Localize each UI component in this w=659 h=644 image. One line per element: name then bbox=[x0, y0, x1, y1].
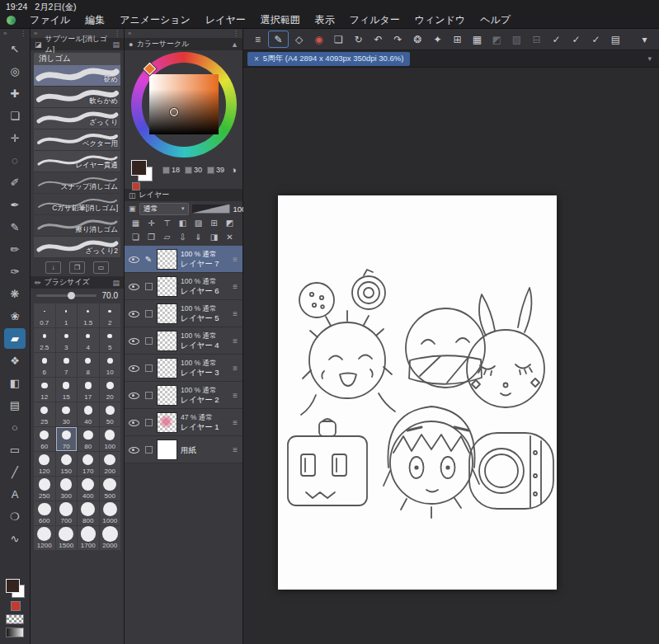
layer-visibility-icon[interactable] bbox=[129, 280, 140, 292]
brush-size-cell[interactable]: 7 bbox=[56, 353, 78, 377]
layer-visibility-icon[interactable] bbox=[129, 362, 140, 374]
accent-color-swatch[interactable] bbox=[11, 601, 21, 611]
opacity-slider[interactable] bbox=[192, 204, 230, 214]
layer-row[interactable]: 100 % 通常レイヤー 2≡ bbox=[125, 382, 242, 409]
decoration-tool-icon[interactable]: ❀ bbox=[4, 306, 26, 327]
brush-size-cell[interactable]: 250 bbox=[34, 477, 55, 501]
layer-visibility-icon[interactable] bbox=[129, 308, 140, 319]
layer-row[interactable]: 用紙≡ bbox=[125, 436, 242, 463]
draft-layer-icon[interactable]: ⊤ bbox=[159, 219, 175, 228]
brush-size-cell[interactable]: 500 bbox=[100, 477, 121, 501]
grid-icon[interactable]: ⊞ bbox=[448, 31, 467, 47]
subtool-item[interactable]: 軟らかめ bbox=[34, 87, 120, 108]
line-correct-tool-icon[interactable]: ∿ bbox=[4, 529, 26, 549]
subtool-item[interactable]: Cガサ鉛筆[消しゴム] bbox=[34, 194, 120, 215]
correct-stroke-icon-3[interactable]: ✓ bbox=[586, 31, 605, 47]
brush-size-track[interactable] bbox=[36, 294, 96, 297]
eraser-tool-icon[interactable]: ▰ bbox=[4, 328, 26, 349]
brush-size-cell[interactable]: 800 bbox=[78, 501, 99, 525]
ruler-tool-icon[interactable]: ╱ bbox=[4, 462, 26, 482]
pen-tool-icon[interactable]: ✎ bbox=[4, 217, 26, 237]
brush-size-cell[interactable]: 12 bbox=[34, 378, 55, 402]
layer-visibility-icon[interactable] bbox=[129, 416, 140, 428]
subtool-item[interactable]: 擦り消しゴム bbox=[34, 215, 120, 237]
brush-size-cell[interactable]: 60 bbox=[34, 427, 55, 451]
brush-size-cell[interactable]: 6 bbox=[34, 353, 55, 377]
brush-size-cell[interactable]: 25 bbox=[34, 402, 55, 426]
layer-thumbnail[interactable] bbox=[157, 440, 177, 460]
brush-size-slider[interactable]: 70.0 bbox=[31, 289, 124, 302]
layer-row[interactable]: 100 % 通常レイヤー 4≡ bbox=[125, 327, 242, 355]
layer-move-tool-icon[interactable]: ✛ bbox=[4, 128, 26, 148]
layer-visibility-icon[interactable] bbox=[129, 444, 140, 455]
reference-layer-icon[interactable]: ✛ bbox=[144, 219, 159, 228]
lock-alpha-icon[interactable]: ▨ bbox=[191, 219, 206, 228]
mask-area-icon[interactable]: ▨ bbox=[507, 31, 526, 47]
guide-icon[interactable]: ▦ bbox=[468, 31, 487, 47]
brush-size-cell[interactable]: 3 bbox=[56, 328, 78, 352]
menu-item[interactable]: レイヤー bbox=[198, 13, 253, 27]
subtool-group-tab[interactable]: 消しゴム bbox=[34, 53, 120, 65]
brush-size-cell[interactable]: 20 bbox=[100, 378, 121, 402]
main-color-swatch[interactable] bbox=[6, 579, 20, 593]
accent-color-swatch[interactable] bbox=[132, 182, 140, 190]
layer-checkbox[interactable] bbox=[144, 364, 153, 372]
menu-item[interactable]: ファイル bbox=[22, 13, 78, 27]
brush-size-cell[interactable]: 70 bbox=[56, 427, 78, 451]
brush-size-cell[interactable]: 300 bbox=[56, 477, 78, 501]
special-ruler-icon[interactable]: ❂ bbox=[408, 31, 427, 47]
layer-drag-handle[interactable]: ≡ bbox=[233, 364, 239, 373]
layer-visibility-icon[interactable] bbox=[129, 335, 140, 346]
layer-visibility-icon[interactable] bbox=[129, 389, 140, 401]
layer-drag-handle[interactable]: ≡ bbox=[233, 255, 239, 264]
brush-size-cell[interactable]: 17 bbox=[78, 378, 99, 402]
layer-checkbox[interactable] bbox=[144, 337, 153, 345]
blend-mode-select[interactable]: 通常 ▾ bbox=[139, 203, 189, 215]
layer-thumbnail[interactable] bbox=[157, 412, 177, 433]
layer-checkbox[interactable] bbox=[144, 283, 153, 290]
brush-size-cell[interactable]: 8 bbox=[78, 353, 99, 377]
main-sub-color-swatches[interactable] bbox=[6, 579, 25, 598]
brush-size-cell[interactable]: 1 bbox=[56, 303, 78, 327]
layer-row[interactable]: ✎100 % 通常レイヤー 7≡ bbox=[125, 246, 242, 273]
brush-size-cell[interactable]: 0.7 bbox=[34, 303, 55, 327]
subtool-item[interactable]: 硬め bbox=[34, 65, 120, 87]
color-mode-toggle-icon[interactable]: ◑ bbox=[231, 165, 237, 175]
selection-pen-tool-icon[interactable]: ✐ bbox=[4, 172, 26, 193]
subtool-item[interactable]: ベクター用 bbox=[34, 129, 120, 151]
object-tool-icon[interactable]: ❏ bbox=[4, 106, 26, 126]
canvas-viewport[interactable] bbox=[243, 68, 659, 644]
balloon-tool-icon[interactable]: ❍ bbox=[4, 506, 26, 527]
layer-visibility-icon[interactable] bbox=[129, 253, 140, 265]
brush-size-cell[interactable]: 80 bbox=[78, 427, 99, 451]
eyedropper-tool-icon[interactable]: ✒ bbox=[4, 195, 26, 215]
clip-studio-logo-icon[interactable] bbox=[7, 16, 16, 25]
brush-size-cell[interactable]: 700 bbox=[56, 501, 78, 525]
delete-subtool-button[interactable]: ▭ bbox=[93, 261, 109, 274]
brush-size-cell[interactable]: 5 bbox=[100, 328, 121, 352]
brush-size-cell[interactable]: 2 bbox=[100, 303, 121, 327]
workspace-icon[interactable]: ▤ bbox=[606, 31, 625, 47]
canvas-page[interactable] bbox=[278, 195, 557, 590]
brush-size-cell[interactable]: 1000 bbox=[100, 501, 121, 525]
brush-size-cell[interactable]: 40 bbox=[78, 402, 99, 426]
layer-thumbnail[interactable] bbox=[157, 358, 177, 378]
lock-layer-icon[interactable]: ◧ bbox=[175, 219, 191, 228]
hand-tool-icon[interactable]: ✚ bbox=[4, 83, 26, 104]
brush-tool-icon[interactable]: ✑ bbox=[4, 261, 26, 282]
brush-size-cell[interactable]: 2000 bbox=[100, 526, 121, 550]
delete-layer-button[interactable]: ✕ bbox=[222, 233, 238, 242]
airbrush-tool-icon[interactable]: ❋ bbox=[4, 284, 26, 304]
subtool-item[interactable]: レイヤー貫通 bbox=[34, 151, 120, 172]
brush-size-cell[interactable]: 120 bbox=[34, 452, 55, 476]
brush-size-cell[interactable]: 100 bbox=[100, 427, 121, 451]
subtool-item[interactable]: ざっくり bbox=[34, 108, 120, 129]
redo-icon[interactable]: ↷ bbox=[388, 31, 407, 47]
import-subtool-button[interactable]: ↓ bbox=[45, 261, 61, 274]
color-wheel[interactable] bbox=[129, 50, 238, 159]
layer-drag-handle[interactable]: ≡ bbox=[233, 309, 239, 318]
gradient-tool-icon[interactable]: ▤ bbox=[4, 395, 26, 416]
dock-collapse-icon[interactable]: » bbox=[34, 30, 37, 37]
select-launcher-icon[interactable]: ◩ bbox=[487, 31, 506, 47]
record-icon[interactable]: ◉ bbox=[309, 31, 328, 47]
